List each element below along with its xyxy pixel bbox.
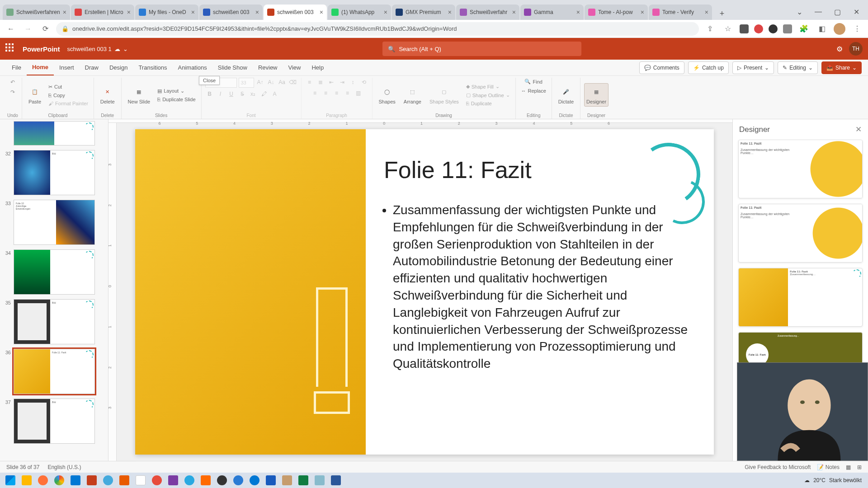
slide-canvas[interactable]: Folie 11: Fazit Zusammenfassung der wich… xyxy=(135,129,714,455)
close-icon[interactable]: × xyxy=(63,9,66,16)
notes-button[interactable]: 📝 Notes xyxy=(817,464,840,470)
close-icon[interactable]: × xyxy=(255,9,259,16)
taskbar-app[interactable] xyxy=(165,474,181,487)
tab-home[interactable]: Home xyxy=(27,60,54,75)
browser-tab[interactable]: (1) WhatsApp× xyxy=(328,5,391,20)
browser-tab[interactable]: Schweißverfahren× xyxy=(3,5,70,20)
slide-thumbnail[interactable] xyxy=(14,249,95,295)
normal-view-icon[interactable]: ▦ xyxy=(846,464,851,470)
gear-icon[interactable]: ⚙ xyxy=(836,45,843,53)
close-icon[interactable]: × xyxy=(191,9,195,16)
cut-button[interactable]: ✂ Cut xyxy=(47,83,90,91)
close-icon[interactable]: × xyxy=(576,9,580,16)
search-box[interactable]: 🔍 Search (Alt + Q) xyxy=(382,42,581,56)
copy-button[interactable]: ⎘ Copy xyxy=(47,92,90,99)
browser-tab[interactable]: Erstellen | Micro× xyxy=(71,5,134,20)
close-icon[interactable]: × xyxy=(384,9,387,16)
maximize-icon[interactable]: ▢ xyxy=(828,5,846,18)
arrange-button[interactable]: ⬚Arrange xyxy=(401,84,424,105)
tab-animations[interactable]: Animations xyxy=(173,60,212,75)
editing-button[interactable]: ✎ Editing ⌄ xyxy=(778,61,818,74)
outdent-icon[interactable]: ⇤ xyxy=(327,78,336,87)
shapes-button[interactable]: ◯Shapes xyxy=(376,84,398,105)
start-button[interactable] xyxy=(3,474,18,487)
extensions-icon[interactable]: 🧩 xyxy=(797,23,810,35)
close-icon[interactable]: × xyxy=(320,9,323,16)
taskbar-app[interactable] xyxy=(247,474,262,487)
numbering-icon[interactable]: ≣ xyxy=(316,78,325,87)
sorter-view-icon[interactable]: ⊞ xyxy=(857,464,862,470)
reload-icon[interactable]: ⟳ xyxy=(39,23,52,35)
slide-thumbnail[interactable]: Folie 10ZukünftigeEntwicklungen xyxy=(14,200,95,245)
slide-thumbnail-selected[interactable]: Folie 11: Fazit xyxy=(14,349,95,394)
slide-thumbnail[interactable] xyxy=(14,121,95,145)
slide-thumbnails[interactable]: 32 Bild 33 Folie 10ZukünftigeEntwicklung… xyxy=(0,119,108,461)
find-button[interactable]: 🔍 Find xyxy=(523,78,544,85)
close-icon[interactable]: × xyxy=(641,9,644,16)
columns-icon[interactable]: ▥ xyxy=(354,89,363,98)
tab-view[interactable]: View xyxy=(283,60,307,75)
clear-format-icon[interactable]: ⌫ xyxy=(288,78,297,87)
chevron-down-icon[interactable]: ⌄ xyxy=(123,46,128,52)
browser-tab[interactable]: Tome - Verify× xyxy=(649,5,712,20)
shape-styles-button[interactable]: ▢Shape Styles xyxy=(427,84,462,105)
slide-thumbnail[interactable]: Bild xyxy=(14,150,95,195)
browser-tab[interactable]: GMX Premium× xyxy=(392,5,455,20)
taskbar-app[interactable] xyxy=(182,474,197,487)
tab-insert[interactable]: Insert xyxy=(54,60,80,75)
tab-help[interactable]: Help xyxy=(306,60,329,75)
align-left-icon[interactable]: ≡ xyxy=(311,89,320,98)
slide-thumbnail[interactable]: Bild xyxy=(14,399,95,444)
undo-icon[interactable]: ↶ xyxy=(8,78,17,87)
extension-icon[interactable] xyxy=(740,24,749,33)
designer-button[interactable]: ▦Designer xyxy=(584,83,609,107)
present-button[interactable]: ▷ Present ⌄ xyxy=(732,61,774,74)
taskbar-app[interactable] xyxy=(198,474,213,487)
tab-review[interactable]: Review xyxy=(253,60,283,75)
taskbar-app[interactable] xyxy=(68,474,83,487)
url-input[interactable]: 🔒 onedrive.live.com/edit.aspx?resid=3DE0… xyxy=(56,22,699,36)
delete-button[interactable]: ✕Delete xyxy=(98,84,118,105)
chevron-down-icon[interactable]: ⌄ xyxy=(790,5,808,18)
shape-outline-button[interactable]: ▢ Shape Outline ⌄ xyxy=(464,91,512,99)
new-slide-button[interactable]: ▦New Slide xyxy=(125,84,153,105)
design-suggestion[interactable]: Folie 11: FazitZusammenfassung der wicht… xyxy=(738,204,863,263)
close-icon[interactable]: × xyxy=(705,9,708,16)
justify-icon[interactable]: ≡ xyxy=(343,89,352,98)
share-button[interactable]: 📤 Share ⌄ xyxy=(821,61,862,74)
weather-text[interactable]: Stark bewölkt xyxy=(829,477,862,483)
case-icon[interactable]: Aa xyxy=(278,78,287,87)
design-suggestion[interactable]: Folie 11: FazitZusammenfassung… xyxy=(738,268,863,327)
document-name[interactable]: schweißen 003 1☁⌄ xyxy=(67,46,128,52)
tab-slideshow[interactable]: Slide Show xyxy=(212,60,253,75)
underline-icon[interactable]: U xyxy=(227,89,236,99)
browser-tab[interactable]: Gamma× xyxy=(520,5,584,20)
shape-fill-button[interactable]: ◆ Shape Fill ⌄ xyxy=(464,83,512,90)
indent-icon[interactable]: ⇥ xyxy=(338,78,347,87)
feedback-link[interactable]: Give Feedback to Microsoft xyxy=(745,464,811,470)
star-icon[interactable]: ☆ xyxy=(722,23,734,35)
shrink-font-icon[interactable]: A↓ xyxy=(267,78,276,87)
minimize-icon[interactable]: — xyxy=(809,5,827,18)
back-icon[interactable]: ← xyxy=(5,23,17,35)
browser-tab[interactable]: My files - OneD× xyxy=(135,5,198,20)
grow-font-icon[interactable]: A↑ xyxy=(256,78,265,87)
highlight-icon[interactable]: 🖍 xyxy=(259,89,269,99)
design-suggestion[interactable]: Folie 11: FazitZusammenfassung der wicht… xyxy=(738,140,863,198)
align-right-icon[interactable]: ≡ xyxy=(332,89,341,98)
close-icon[interactable]: × xyxy=(512,9,516,16)
taskbar-app[interactable] xyxy=(84,474,99,487)
subscript-icon[interactable]: x₂ xyxy=(249,89,258,99)
paste-button[interactable]: 📋Paste xyxy=(26,84,44,105)
close-icon[interactable]: ✕ xyxy=(855,125,862,134)
taskbar-app[interactable] xyxy=(52,474,67,487)
taskbar-app[interactable] xyxy=(279,474,295,487)
text-direction-icon[interactable]: ⟲ xyxy=(359,78,368,87)
dictate-button[interactable]: 🎤Dictate xyxy=(556,84,576,105)
tab-transitions[interactable]: Transitions xyxy=(133,60,172,75)
taskbar-app[interactable] xyxy=(149,474,165,487)
italic-icon[interactable]: I xyxy=(216,89,225,99)
browser-tab[interactable]: schweißen 003× xyxy=(199,5,263,20)
temperature[interactable]: 20°C xyxy=(813,477,826,483)
extension-icon[interactable] xyxy=(769,24,778,33)
